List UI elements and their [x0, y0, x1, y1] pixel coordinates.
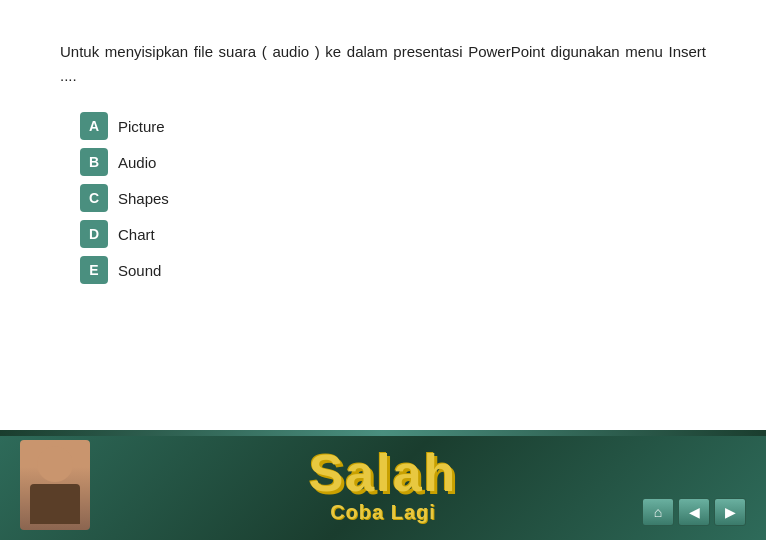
option-row-d[interactable]: DChart — [80, 220, 706, 248]
option-text-b: Audio — [118, 154, 156, 171]
options-list: APictureBAudioCShapesDChartESound — [60, 112, 706, 284]
main-content: Untuk menyisipkan file suara ( audio ) k… — [0, 0, 766, 304]
option-badge-a: A — [80, 112, 108, 140]
coba-lagi-text: Coba Lagi — [330, 501, 436, 524]
next-button[interactable]: ▶ — [714, 498, 746, 526]
avatar — [20, 440, 90, 530]
option-badge-d: D — [80, 220, 108, 248]
option-row-a[interactable]: APicture — [80, 112, 706, 140]
option-text-a: Picture — [118, 118, 165, 135]
question-text: Untuk menyisipkan file suara ( audio ) k… — [60, 40, 706, 88]
result-display: Salah Salah Coba Lagi — [309, 447, 458, 524]
option-text-d: Chart — [118, 226, 155, 243]
avatar-head — [37, 446, 73, 482]
option-badge-e: E — [80, 256, 108, 284]
option-badge-b: B — [80, 148, 108, 176]
option-row-b[interactable]: BAudio — [80, 148, 706, 176]
option-badge-c: C — [80, 184, 108, 212]
salah-container: Salah Salah — [309, 447, 458, 499]
home-button[interactable]: ⌂ — [642, 498, 674, 526]
bottom-banner: Salah Salah Coba Lagi ⌂ ◀ ▶ — [0, 430, 766, 540]
avatar-image — [20, 440, 90, 530]
nav-buttons: ⌂ ◀ ▶ — [642, 498, 746, 526]
option-row-c[interactable]: CShapes — [80, 184, 706, 212]
option-row-e[interactable]: ESound — [80, 256, 706, 284]
avatar-body — [30, 484, 80, 524]
salah-text: Salah — [309, 444, 458, 502]
option-text-e: Sound — [118, 262, 161, 279]
option-text-c: Shapes — [118, 190, 169, 207]
prev-button[interactable]: ◀ — [678, 498, 710, 526]
